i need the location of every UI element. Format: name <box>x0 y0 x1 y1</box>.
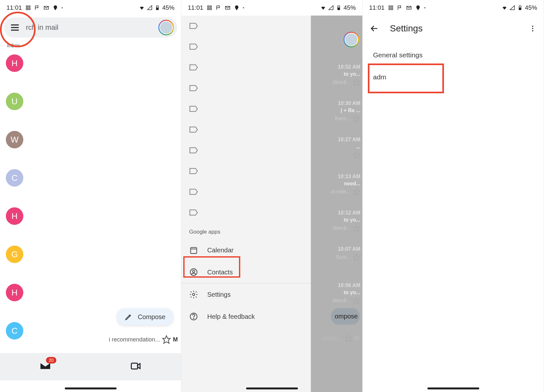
drawer-item-calendar[interactable]: Calendar <box>181 239 311 261</box>
account-avatar[interactable] <box>158 20 174 35</box>
mail-icon <box>43 5 49 11</box>
label-icon <box>189 167 198 175</box>
map-pin-icon <box>234 5 240 11</box>
svg-point-27 <box>532 26 533 27</box>
map-pin-icon <box>415 5 421 11</box>
drawer-item-label: Contacts <box>207 269 233 276</box>
search-placeholder: rch in mail <box>26 23 155 32</box>
svg-rect-17 <box>191 248 197 254</box>
svg-point-28 <box>532 28 533 29</box>
search-bar[interactable]: rch in mail <box>4 17 177 38</box>
drawer-item-settings[interactable]: Settings <box>181 283 311 306</box>
statusbar: 11:01 • 45% <box>181 0 362 16</box>
battery-icon <box>336 5 342 11</box>
clock: 11:01 <box>188 4 203 11</box>
home-indicator[interactable] <box>427 387 479 389</box>
star-icon[interactable] <box>162 335 171 344</box>
wifi-icon <box>139 5 145 11</box>
label-icon <box>189 43 198 51</box>
thread-row[interactable]: C <box>0 165 181 203</box>
help-icon <box>189 312 198 321</box>
more-icon[interactable] <box>529 25 537 32</box>
svg-point-20 <box>193 270 195 272</box>
gear-icon <box>189 290 198 299</box>
label-icon <box>189 146 198 154</box>
drawer-item-label: Calendar <box>207 247 233 254</box>
drawer-label-item[interactable] <box>181 140 311 161</box>
back-arrow-icon[interactable] <box>370 24 379 33</box>
mail-icon <box>225 5 231 11</box>
flag-icon <box>34 5 40 11</box>
settings-header: Settings <box>363 16 544 41</box>
drawer-item-contacts[interactable]: Contacts <box>181 261 311 283</box>
partial-email-snippet: i recommendation... M <box>109 335 178 344</box>
flag-icon <box>216 5 221 11</box>
signal-icon <box>509 5 515 11</box>
statusbar: 11:01 • 45% <box>0 0 181 16</box>
flag-icon <box>397 5 403 11</box>
clock: 11:01 <box>369 4 385 11</box>
drawer-section-title: Google apps <box>181 223 311 239</box>
battery-icon <box>517 5 523 11</box>
drawer-label-item[interactable] <box>181 202 311 223</box>
svg-rect-25 <box>519 8 521 10</box>
settings-item-general[interactable]: General settings <box>371 44 535 66</box>
battery-icon <box>154 5 160 11</box>
dot-icon: • <box>62 5 63 10</box>
home-indicator[interactable] <box>65 387 117 389</box>
battery-pct: 45% <box>162 4 175 11</box>
wifi-icon <box>320 5 326 11</box>
svg-rect-6 <box>131 363 138 369</box>
map-pin-icon <box>52 5 58 11</box>
home-indicator[interactable] <box>246 387 298 389</box>
settings-item-account[interactable]: adm <box>371 66 535 88</box>
statusbar: 11:01 • 45% <box>363 0 544 16</box>
nav-mail[interactable]: 20 <box>40 360 51 373</box>
sender-avatar: H <box>6 284 23 301</box>
nav-drawer: Google apps Calendar Contacts Settings H… <box>181 16 311 392</box>
sender-avatar: W <box>6 131 23 148</box>
sender-avatar: C <box>6 169 23 187</box>
svg-rect-1 <box>156 8 158 10</box>
drawer-label-item[interactable] <box>181 98 311 119</box>
drawer-label-item[interactable] <box>181 57 311 78</box>
nav-meet[interactable] <box>130 360 142 373</box>
sender-avatar: H <box>6 54 23 72</box>
thread-row[interactable]: H <box>0 51 181 89</box>
drawer-label-item[interactable] <box>181 78 311 98</box>
thread-row[interactable]: U <box>0 89 181 127</box>
drawer-label-item[interactable] <box>181 16 311 36</box>
pencil-icon <box>125 313 132 321</box>
hamburger-icon[interactable] <box>7 20 23 35</box>
label-icon <box>189 126 198 133</box>
contacts-icon <box>189 268 198 277</box>
thread-row[interactable]: G <box>0 242 181 280</box>
panel-settings: 11:01 • 45% Settings General settings ad… <box>363 0 544 392</box>
slack-icon <box>207 5 212 11</box>
drawer-item-help[interactable]: Help & feedback <box>181 306 311 328</box>
svg-marker-5 <box>163 336 170 343</box>
svg-point-29 <box>532 30 533 31</box>
dot-icon: • <box>424 5 426 10</box>
thread-row[interactable]: W <box>0 127 181 165</box>
slack-icon <box>388 5 394 11</box>
sender-avatar: H <box>6 207 23 225</box>
drawer-label-item[interactable] <box>181 181 311 202</box>
label-icon <box>189 63 198 71</box>
sender-avatar: C <box>6 322 23 340</box>
thread-row[interactable]: H <box>0 203 181 242</box>
wifi-icon <box>502 5 507 11</box>
drawer-label-item[interactable] <box>181 36 311 57</box>
sender-avatar: G <box>6 246 23 263</box>
svg-rect-8 <box>338 8 340 10</box>
mail-badge: 20 <box>46 357 56 363</box>
compose-button[interactable]: Compose <box>117 308 173 325</box>
drawer-label-item[interactable] <box>181 119 311 140</box>
compose-label: Compose <box>138 313 165 321</box>
calendar-icon <box>189 246 198 255</box>
panel-drawer: 11:01 • 45% 10:52 AMto yo...directl...10… <box>181 0 363 392</box>
drawer-label-item[interactable] <box>181 161 311 181</box>
battery-pct: 45% <box>525 4 537 11</box>
signal-icon <box>328 5 334 11</box>
drawer-item-label: Settings <box>207 291 231 298</box>
